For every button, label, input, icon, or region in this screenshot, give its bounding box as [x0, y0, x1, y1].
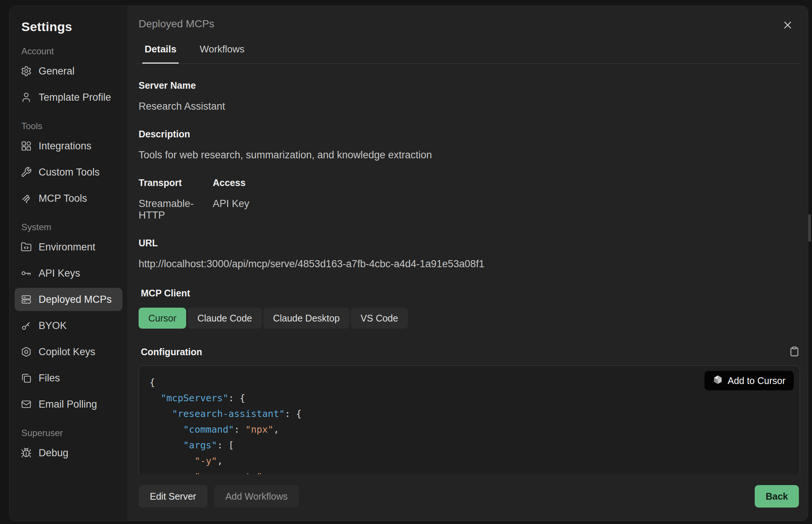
- hexagon-circle-icon: [21, 346, 32, 357]
- tab-details[interactable]: Details: [142, 43, 179, 64]
- sidebar-item-environment[interactable]: Environment: [15, 235, 122, 259]
- sidebar-item-template-profile[interactable]: Template Profile: [15, 86, 122, 109]
- code-line-7: "mcp-remote",: [149, 469, 789, 474]
- sidebar-item-label: API Keys: [39, 268, 80, 279]
- sidebar-item-label: General: [39, 66, 75, 77]
- wrench-icon: [21, 167, 32, 178]
- edit-server-button[interactable]: Edit Server: [139, 485, 207, 508]
- cursor-logo-icon: [713, 375, 723, 387]
- sidebar-item-mcp-tools[interactable]: MCP Tools: [15, 187, 122, 210]
- key-diagonal-icon: [21, 320, 32, 331]
- panel-header: Deployed MCPs: [127, 6, 808, 30]
- sidebar-item-byok[interactable]: BYOK: [15, 314, 122, 337]
- sidebar-item-general[interactable]: General: [15, 60, 122, 83]
- sidebar-item-copilot-keys[interactable]: Copilot Keys: [15, 340, 122, 363]
- copy-pages-icon: [21, 372, 32, 384]
- panel-title: Deployed MCPs: [139, 18, 793, 30]
- access-value: API Key: [213, 198, 249, 210]
- sidebar-item-label: Copilot Keys: [39, 346, 96, 358]
- settings-modal: Settings AccountGeneralTemplate ProfileT…: [9, 6, 808, 521]
- code-lines: { "mcpServers": { "research-assistant": …: [149, 375, 789, 474]
- sidebar-item-label: Integrations: [39, 140, 91, 152]
- sidebar-item-files[interactable]: Files: [15, 366, 122, 390]
- configuration-label: Configuration: [141, 347, 202, 357]
- close-button[interactable]: [781, 19, 794, 32]
- page-scrollbar-thumb[interactable]: [808, 214, 811, 242]
- panel-footer: Edit Server Add Workflows Back: [127, 474, 808, 521]
- back-button[interactable]: Back: [755, 485, 799, 508]
- mcp-logo-icon: [21, 193, 32, 204]
- sidebar-item-email-polling[interactable]: Email Polling: [15, 393, 122, 416]
- client-button-cursor[interactable]: Cursor: [139, 308, 186, 329]
- client-button-vs-code[interactable]: VS Code: [351, 308, 408, 329]
- transport-access-row: Transport Streamable-HTTP Access API Key: [139, 177, 800, 221]
- tab-bar: DetailsWorkflows: [135, 43, 800, 64]
- sidebar-item-label: Files: [39, 372, 60, 384]
- close-icon: [782, 27, 794, 32]
- server-name-value: Research Assistant: [139, 101, 800, 112]
- client-button-claude-code[interactable]: Claude Code: [188, 308, 262, 329]
- server-name-label: Server Name: [139, 80, 800, 91]
- deployed-mcps-panel: Deployed MCPs DetailsWorkflows Server Na…: [127, 6, 808, 521]
- gear-icon: [21, 66, 32, 77]
- settings-sidebar: Settings AccountGeneralTemplate ProfileT…: [10, 6, 127, 521]
- sidebar-item-debug[interactable]: Debug: [15, 441, 122, 464]
- sidebar-item-label: Custom Tools: [39, 167, 100, 178]
- code-line-5: "args": [: [149, 438, 789, 453]
- settings-title: Settings: [21, 19, 122, 34]
- transport-value: Streamable-HTTP: [139, 198, 187, 221]
- add-to-cursor-button[interactable]: Add to Cursor: [705, 371, 794, 390]
- sidebar-item-deployed-mcps[interactable]: Deployed MCPs: [15, 288, 122, 311]
- add-workflows-button[interactable]: Add Workflows: [214, 485, 299, 508]
- sidebar-item-label: MCP Tools: [39, 193, 87, 204]
- description-label: Description: [139, 129, 800, 140]
- mcp-client-label: MCP Client: [141, 288, 800, 299]
- code-line-3: "research-assistant": {: [149, 406, 789, 422]
- sidebar-section-label-superuser: Superuser: [21, 428, 122, 438]
- code-line-1: {: [149, 375, 789, 390]
- sidebar-item-label: Environment: [39, 241, 96, 253]
- sidebar-section-label-tools: Tools: [21, 121, 122, 131]
- sidebar-section-label-system: System: [21, 222, 122, 232]
- user-icon: [21, 92, 32, 103]
- key-icon: [21, 268, 32, 279]
- url-value: http://localhost:3000/api/mcp/serve/4853…: [139, 258, 800, 270]
- access-label: Access: [213, 177, 249, 188]
- description-value: Tools for web research, summarization, a…: [139, 149, 800, 161]
- details-body: Server Name Research Assistant Descripti…: [127, 64, 808, 474]
- url-label: URL: [139, 238, 800, 249]
- grid-shapes-icon: [21, 140, 32, 152]
- sidebar-item-label: BYOK: [39, 320, 67, 332]
- server-icon: [21, 294, 32, 305]
- sidebar-item-integrations[interactable]: Integrations: [15, 134, 122, 158]
- code-line-4: "command": "npx",: [149, 422, 789, 438]
- sidebar-item-custom-tools[interactable]: Custom Tools: [15, 161, 122, 184]
- code-line-2: "mcpServers": {: [149, 390, 789, 406]
- sidebar-section-label-account: Account: [21, 46, 122, 57]
- add-to-cursor-label: Add to Cursor: [728, 375, 785, 386]
- sidebar-item-label: Email Polling: [39, 399, 97, 410]
- sidebar-sections: AccountGeneralTemplate ProfileToolsInteg…: [15, 46, 122, 464]
- folder-code-icon: [21, 241, 32, 253]
- sidebar-item-api-keys[interactable]: API Keys: [15, 262, 122, 285]
- mail-icon: [21, 399, 32, 410]
- sidebar-item-label: Debug: [39, 447, 69, 459]
- configuration-row: Configuration: [141, 346, 800, 358]
- tab-workflows[interactable]: Workflows: [197, 43, 246, 64]
- app-background: { "sidebar": { "title": "Settings", "sec…: [0, 0, 812, 524]
- code-line-6: "-y",: [149, 453, 789, 469]
- configuration-code-block[interactable]: Add to Cursor { "mcpServers": { "researc…: [139, 365, 800, 474]
- clipboard-icon: [789, 353, 800, 358]
- sidebar-item-label: Template Profile: [39, 92, 111, 103]
- transport-label: Transport: [139, 177, 187, 188]
- sidebar-item-label: Deployed MCPs: [39, 294, 112, 305]
- copy-configuration-button[interactable]: [789, 346, 800, 358]
- bug-icon: [21, 447, 32, 458]
- client-button-claude-desktop[interactable]: Claude Desktop: [263, 308, 349, 329]
- mcp-client-selector: CursorClaude CodeClaude DesktopVS Code: [139, 308, 800, 329]
